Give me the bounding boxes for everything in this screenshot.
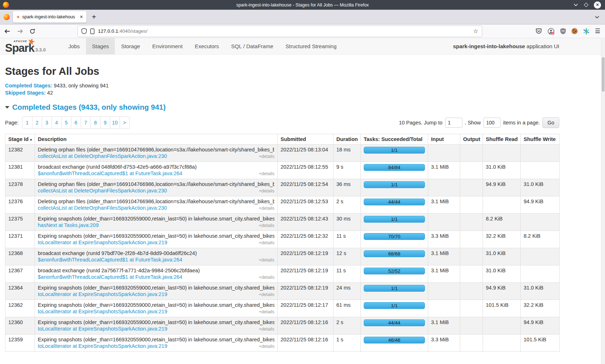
details-toggle[interactable]: +details [259, 206, 274, 211]
forward-button[interactable] [15, 28, 25, 34]
page-button-9[interactable]: 9 [100, 117, 110, 128]
details-toggle[interactable]: +details [259, 240, 274, 245]
stage-detail-link[interactable]: $anonfun$withThreadLocalCaptured$1 at Fu… [38, 170, 182, 176]
stage-detail-link[interactable]: toLocalIterator at ExpireSnapshotsSparkA… [38, 291, 167, 297]
go-button[interactable]: Go [542, 117, 559, 128]
column-header-shuffle-write[interactable]: Shuffle Write [521, 134, 560, 145]
items-text: items in a page. [503, 120, 540, 126]
output-cell [460, 231, 483, 248]
stage-detail-link[interactable]: $anonfun$withThreadLocalCaptured$1 at Fu… [38, 257, 182, 263]
page-scrollbar[interactable] [601, 38, 605, 364]
url-bar[interactable]: 127.0.0.1:4040/stages/ ☆ [78, 26, 482, 37]
details-toggle[interactable]: +details [259, 344, 274, 349]
cookie-extension-icon[interactable] [572, 28, 578, 34]
details-toggle[interactable]: +details [259, 223, 274, 228]
minimize-icon[interactable] [573, 3, 578, 6]
tasks-progress-bar: 1/1 [364, 216, 425, 223]
asterisk-extension-icon[interactable] [583, 28, 590, 35]
description-cell: Expiring snapshots (older_than=166932055… [35, 317, 278, 335]
column-header-input[interactable]: Input [428, 134, 460, 145]
stage-detail-link[interactable]: toLocalIterator at ExpireSnapshotsSparkA… [38, 343, 167, 349]
details-toggle[interactable]: +details [259, 292, 274, 297]
page-button-[interactable]: > [120, 117, 129, 128]
url-text[interactable]: 127.0.0.1:4040/stages/ [98, 28, 470, 34]
spark-tab-jobs[interactable]: Jobs [62, 38, 86, 54]
new-tab-button[interactable]: + [92, 13, 96, 21]
spark-tab-sql-dataframe[interactable]: SQL / DataFrame [225, 38, 279, 54]
details-toggle[interactable]: +details [259, 188, 274, 194]
column-header-submitted[interactable]: Submitted [278, 134, 333, 145]
stage-detail-link[interactable]: hasNext at Tasks.java:209 [38, 222, 99, 228]
stage-detail-link[interactable]: $anonfun$withThreadLocalCaptured$1 at Fu… [38, 274, 182, 280]
completed-stages-link[interactable]: Completed Stages: [5, 83, 52, 88]
spark-tab-stages[interactable]: Stages [86, 38, 115, 54]
page-button-1[interactable]: 1 [22, 117, 32, 128]
page-button-10[interactable]: 10 [110, 117, 120, 128]
page-button-2[interactable]: 2 [32, 117, 42, 128]
stage-detail-link[interactable]: collectAsList at DeleteOrphanFilesSparkA… [38, 188, 167, 194]
column-header-description[interactable]: Description [35, 134, 278, 145]
stage-id-cell: 12375 [5, 214, 35, 231]
submitted-cell: 2022/11/25 08:12:17 [278, 300, 333, 317]
back-button[interactable] [2, 28, 12, 34]
stage-detail-link[interactable]: toLocalIterator at ExpireSnapshotsSparkA… [38, 240, 167, 245]
page-button-5[interactable]: 5 [61, 117, 71, 128]
page-button-3[interactable]: 3 [42, 117, 51, 128]
page-info-icon[interactable] [90, 28, 95, 34]
stage-detail-link[interactable]: toLocalIterator at ExpireSnapshotsSparkA… [38, 326, 167, 332]
scrollbar-thumb[interactable] [602, 57, 605, 92]
column-header-duration[interactable]: Duration [333, 134, 361, 145]
input-cell: 3.1 MiB [428, 265, 460, 283]
details-toggle[interactable]: +details [259, 258, 274, 263]
details-toggle[interactable]: +details [259, 327, 274, 332]
stage-detail-link[interactable]: toLocalIterator at ExpireSnapshotsSparkA… [38, 309, 167, 314]
completed-stages-section-header[interactable]: Completed Stages (9433, only showing 941… [5, 103, 559, 112]
spark-tab-environment[interactable]: Environment [146, 38, 189, 54]
jump-to-page-input[interactable] [445, 118, 462, 128]
input-cell: 3.1 MiB [428, 162, 460, 179]
spark-tab-executors[interactable]: Executors [189, 38, 225, 54]
stage-detail-link[interactable]: collectAsList at DeleteOrphanFilesSparkA… [38, 205, 167, 211]
page-button-6[interactable]: 6 [71, 117, 81, 128]
skipped-stages-link[interactable]: Skipped Stages: [5, 90, 46, 96]
page-button-8[interactable]: 8 [90, 117, 100, 128]
stage-detail-link[interactable]: collectAsList at DeleteOrphanFilesSparkA… [38, 153, 167, 159]
input-cell: 3.1 MiB [428, 317, 460, 335]
reload-button[interactable] [27, 28, 37, 34]
items-per-page-input[interactable] [483, 118, 501, 128]
firefox-icon[interactable] [4, 14, 10, 20]
output-cell [460, 283, 483, 300]
page-button-4[interactable]: 4 [51, 117, 61, 128]
list-tabs-chevron-icon[interactable] [595, 15, 600, 19]
tasks-progress-bar: 68/68 [364, 250, 425, 257]
column-header-shuffle-read[interactable]: Shuffle Read [483, 134, 521, 145]
bookmark-star-icon[interactable]: ☆ [473, 28, 478, 34]
ublock-shield-icon[interactable]: UO [560, 28, 566, 35]
details-toggle[interactable]: +details [259, 171, 274, 176]
spark-tab-structured-streaming[interactable]: Structured Streaming [279, 38, 343, 54]
stage-row-12360: 12360Expiring snapshots (older_than=1669… [5, 317, 560, 335]
details-toggle[interactable]: +details [259, 309, 274, 314]
account-icon[interactable] [547, 28, 555, 35]
navigation-toolbar: 127.0.0.1:4040/stages/ ☆ UO ☰ [0, 24, 605, 38]
column-header-output[interactable]: Output [460, 134, 483, 145]
browser-tab[interactable]: ★ spark-ingest-into-lakehous ✕ [13, 11, 86, 23]
tab-close-icon[interactable]: ✕ [80, 14, 83, 19]
menu-hamburger-icon[interactable]: ☰ [595, 28, 600, 34]
details-toggle[interactable]: +details [259, 154, 274, 159]
details-toggle[interactable]: +details [259, 275, 274, 280]
spark-tab-storage[interactable]: Storage [115, 38, 146, 54]
duration-cell: 9 s [333, 162, 361, 179]
page-button-7[interactable]: 7 [81, 117, 90, 128]
stage-id-cell: 12359 [5, 335, 35, 352]
column-header-tasks-succeeded-total[interactable]: Tasks: Succeeded/Total [361, 134, 428, 145]
submitted-cell: 2022/11/25 08:13:04 [278, 145, 333, 162]
close-window-icon[interactable]: ✕ [594, 1, 601, 9]
maximize-icon[interactable] [584, 3, 588, 7]
input-cell [428, 300, 460, 317]
tracking-shield-icon[interactable] [81, 28, 87, 34]
pocket-icon[interactable] [535, 28, 542, 35]
column-header-stage-id[interactable]: Stage Id▾ [5, 134, 35, 145]
description-text: broadcast exchange (runId 048fd06f-d753-… [38, 164, 274, 170]
stage-id-cell: 12364 [5, 283, 35, 300]
